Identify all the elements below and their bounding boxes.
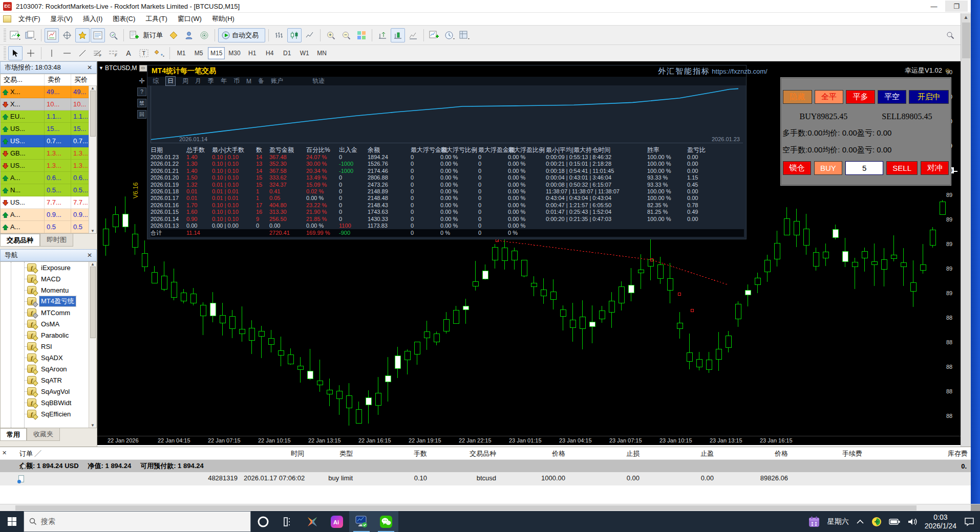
mw-column-header[interactable]: 买价	[71, 74, 97, 85]
market-watch-close-icon[interactable]: ✕	[85, 63, 94, 72]
templates-button[interactable]	[458, 28, 472, 42]
navigator-item-RSI[interactable]: fRSI	[1, 341, 96, 352]
minimize-button[interactable]: —	[923, 1, 945, 12]
navigator-item-SqAroon[interactable]: fSqAroon	[1, 363, 96, 374]
tab-symbols[interactable]: 交易品种	[0, 234, 40, 247]
taskbar-app-remote[interactable]	[275, 511, 300, 532]
stats-tab-M[interactable]: M	[246, 78, 251, 85]
chevron-down-icon[interactable]: ▼	[99, 65, 103, 71]
hide-button[interactable]: 隐藏	[783, 90, 812, 104]
market-watch-row[interactable]: GB...1.3...1.3...	[1, 147, 96, 160]
notifications-icon[interactable]	[964, 517, 975, 526]
market-watch-column-headers[interactable]: 交易...卖价买价	[1, 74, 96, 86]
mw-column-header[interactable]: 交易...	[1, 74, 45, 85]
orders-column-5[interactable]: 价格	[499, 447, 568, 459]
smiley-icon[interactable]: ☺	[944, 66, 951, 74]
time-axis[interactable]: 22 Jan 202622 Jan 04:1522 Jan 07:1522 Ja…	[97, 436, 961, 445]
scrollbar-thumb[interactable]	[15, 505, 917, 511]
bar-chart-mode-button[interactable]	[272, 28, 286, 42]
orders-column-2[interactable]: 类型	[307, 447, 356, 459]
menu-item-图[interactable]: 图表(C)	[108, 13, 140, 25]
navigator-item-iExposure[interactable]: fiExposure	[1, 262, 96, 273]
indicators-button[interactable]	[427, 28, 441, 42]
market-watch-row[interactable]: US...15...15...	[1, 123, 96, 135]
navigator-close-icon[interactable]: ✕	[85, 251, 94, 260]
stats-tab-账户[interactable]: 账户	[271, 77, 283, 85]
orders-column-4[interactable]: 交易品种	[430, 447, 499, 459]
channel-tool[interactable]: F	[106, 46, 120, 60]
running-status-button[interactable]: 开启中	[909, 90, 949, 104]
stats-tab-币[interactable]: 币	[233, 77, 240, 85]
timeframe-M15[interactable]: M15	[208, 47, 225, 59]
timeframe-H4[interactable]: H4	[262, 47, 278, 59]
menu-item-窗[interactable]: 窗口(W)	[173, 13, 207, 25]
stats-table-row[interactable]: 2026.01.151.600.10 | 0.1016313.3021.90 %…	[151, 209, 744, 215]
market-watch-toggle[interactable]	[45, 28, 59, 42]
chart-restore-icon[interactable]: ▭	[139, 65, 147, 72]
fibonacci-tool[interactable]: F	[91, 46, 105, 60]
lot-size-input[interactable]	[845, 161, 883, 175]
buy-button[interactable]: BUY	[814, 161, 842, 175]
navigator-item-Parabolic[interactable]: fParabolic	[1, 329, 96, 341]
tab-tick-chart[interactable]: 即时图	[40, 234, 73, 247]
vertical-scrollbar[interactable]: ▲ ▼	[961, 13, 971, 491]
close-longs-button[interactable]: 平多	[846, 90, 875, 104]
scrollbar-thumb[interactable]	[962, 23, 970, 58]
arrows-tool[interactable]	[152, 46, 166, 60]
market-watch-row[interactable]: US...7.7...7.7...	[1, 196, 96, 209]
stats-table-row[interactable]: 2026.01.231.400.10 | 0.1014367.4824.07 %…	[151, 154, 744, 161]
calendar-tray-icon[interactable]	[808, 516, 820, 528]
timeframe-MN[interactable]: MN	[314, 47, 330, 59]
new-chart-button[interactable]	[8, 28, 23, 42]
toolbar-search-icon[interactable]	[943, 28, 957, 42]
stats-tab-季[interactable]: 季	[208, 77, 214, 85]
window-icon[interactable]: 回	[137, 110, 146, 119]
stats-tab-轨迹[interactable]: 轨迹	[312, 77, 325, 85]
restore-button[interactable]: ❐	[945, 1, 968, 12]
scroll-up-icon[interactable]: ▲	[91, 262, 95, 267]
scroll-down-icon[interactable]: ▼	[91, 423, 95, 428]
hidden-icons-chevron[interactable]	[856, 519, 864, 524]
stats-table-row[interactable]: 2026.01.161.700.10 | 0.1017404.8023.22 %…	[151, 202, 744, 209]
timeframe-M1[interactable]: M1	[173, 47, 189, 59]
stats-table-row[interactable]: 2026.01.140.900.10 | 0.109256.5021.85 %0…	[151, 216, 744, 223]
market-watch-row[interactable]: N...0.5...0.5...	[1, 184, 96, 196]
stats-tab-备[interactable]: 备	[258, 77, 264, 85]
candlestick-mode-button[interactable]	[287, 28, 302, 42]
navigator-item-MTComm[interactable]: fMTComm	[1, 307, 96, 318]
stats-table-row[interactable]: 2026.01.211.400.10 | 0.1014367.5820.34 %…	[151, 168, 744, 174]
start-button[interactable]	[0, 511, 24, 532]
antivirus-tray-icon[interactable]	[871, 517, 882, 527]
menu-item-显[interactable]: 显示(V)	[46, 13, 78, 25]
battery-icon[interactable]	[889, 518, 900, 525]
help-icon[interactable]: ?	[137, 87, 146, 96]
market-watch-row[interactable]: X...49...49...	[1, 86, 96, 98]
trendline-tool[interactable]	[75, 46, 90, 60]
chart-overlay-button[interactable]	[406, 28, 420, 42]
scroll-up-icon[interactable]: ▲	[964, 13, 969, 21]
tile-windows-button[interactable]	[354, 28, 369, 42]
scrollbar-thumb[interactable]	[90, 91, 96, 137]
data-window-button[interactable]	[60, 28, 74, 42]
scroll-up-icon[interactable]: ▲	[91, 86, 95, 91]
lock-position-button[interactable]: 锁仓	[783, 161, 811, 175]
orders-column-6[interactable]: 止损	[568, 447, 643, 459]
strategy-tester-button[interactable]	[106, 28, 120, 42]
navigator-item-MACD[interactable]: fMACD	[1, 273, 96, 284]
periods-button[interactable]	[442, 28, 457, 42]
menu-item-工[interactable]: 工具(T)	[140, 13, 173, 25]
order-row[interactable]: 482813192026.01.17 07:06:02buy limit0.10…	[0, 472, 971, 485]
zoom-out-button[interactable]	[339, 28, 353, 42]
menu-item-帮[interactable]: 帮助(H)	[207, 13, 240, 25]
taskbar-app-browser[interactable]	[251, 511, 275, 532]
chart-symbol-tab[interactable]: ▼ BTCUSD,M ▭	[99, 63, 147, 73]
market-watch-row[interactable]: US...1.3...1.3...	[1, 160, 96, 172]
stats-table-row[interactable]: 2026.01.180.010.01 | 0.0110.410.02 %0214…	[151, 188, 744, 195]
hedge-button[interactable]: 对冲	[921, 161, 949, 175]
chart-shift-button[interactable]	[375, 28, 390, 42]
cursor-tool[interactable]	[8, 46, 23, 60]
market-watch-row[interactable]: A...0.6...0.6...	[1, 172, 96, 184]
menu-item-插[interactable]: 插入(I)	[78, 13, 108, 25]
navigator-item-SqBBWidt[interactable]: fSqBBWidt	[1, 397, 96, 408]
autotrading-button[interactable]: 自动交易	[218, 28, 265, 42]
